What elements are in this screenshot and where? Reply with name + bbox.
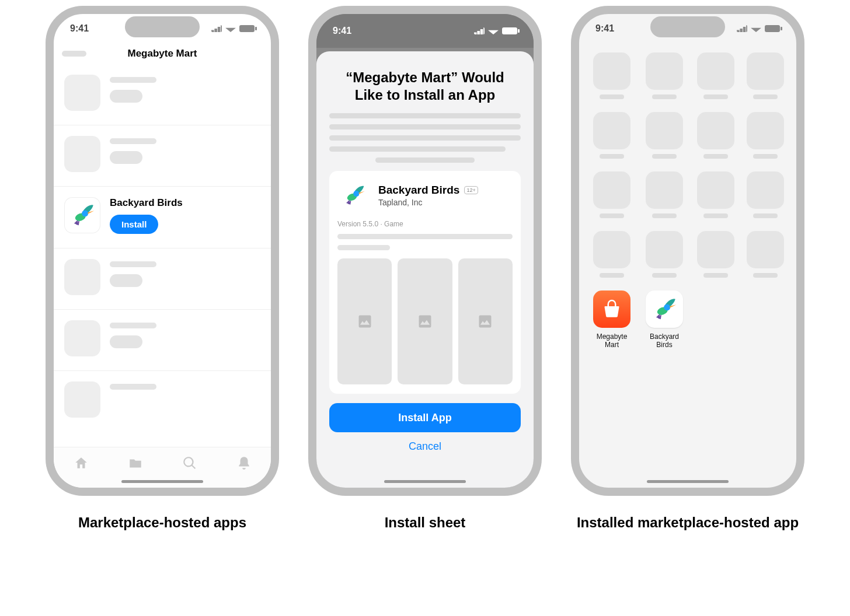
app-placeholder[interactable] xyxy=(696,52,735,99)
age-rating-badge: 12+ xyxy=(464,186,478,194)
card-description-placeholder xyxy=(337,228,513,250)
caption-1: Marketplace-hosted apps xyxy=(78,513,246,531)
battery-icon xyxy=(765,25,780,32)
sheet-heading: “Megabyte Mart” Would Like to Install an… xyxy=(340,69,510,104)
app-placeholder[interactable] xyxy=(643,231,685,278)
app-icon-placeholder xyxy=(64,382,100,418)
home-screen-grid: Megabyte Mart Backyard Birds xyxy=(579,43,796,359)
backyard-birds-icon xyxy=(64,197,100,233)
app-list: Backyard Birds Install xyxy=(54,64,271,432)
image-icon xyxy=(477,313,493,330)
app-backyard-birds[interactable]: Backyard Birds xyxy=(643,290,685,349)
app-icon-placeholder xyxy=(64,259,100,295)
battery-icon xyxy=(502,27,517,34)
backyard-birds-icon xyxy=(646,290,683,328)
list-item-placeholder[interactable] xyxy=(54,248,271,309)
back-button[interactable] xyxy=(62,51,86,57)
list-item-backyard-birds[interactable]: Backyard Birds Install xyxy=(54,186,271,248)
cellular-icon xyxy=(211,25,222,32)
backyard-birds-icon xyxy=(337,179,370,212)
status-bar: 9:41 xyxy=(316,14,534,48)
folder-icon xyxy=(128,456,143,471)
app-label: Megabyte Mart xyxy=(591,332,633,349)
tab-home[interactable] xyxy=(74,456,89,473)
status-time: 9:41 xyxy=(595,23,614,34)
status-time: 9:41 xyxy=(70,23,89,34)
screenshots-row[interactable] xyxy=(337,258,513,384)
cellular-icon xyxy=(737,25,747,32)
list-item-placeholder[interactable] xyxy=(54,309,271,370)
list-item-placeholder[interactable] xyxy=(54,64,271,125)
cellular-icon xyxy=(474,27,485,34)
wifi-icon xyxy=(751,25,761,32)
card-developer: Tapland, Inc xyxy=(378,198,478,207)
home-indicator[interactable] xyxy=(384,480,466,483)
app-label: Backyard Birds xyxy=(643,332,685,349)
screenshot-placeholder[interactable] xyxy=(337,258,392,384)
app-placeholder[interactable] xyxy=(643,52,685,99)
app-icon-placeholder xyxy=(64,75,100,111)
app-placeholder[interactable] xyxy=(746,52,785,99)
search-icon xyxy=(182,456,197,471)
marketplace-title: Megabyte Mart xyxy=(127,48,197,60)
image-icon xyxy=(357,313,373,330)
install-sheet: “Megabyte Mart” Would Like to Install an… xyxy=(316,51,534,488)
sheet-description-placeholder xyxy=(329,113,521,163)
app-icon-placeholder xyxy=(64,320,100,356)
phone-home-screen: 9:41 xyxy=(571,6,804,496)
home-indicator[interactable] xyxy=(647,480,729,483)
dynamic-island xyxy=(650,16,725,37)
image-icon xyxy=(417,313,433,330)
app-placeholder[interactable] xyxy=(696,231,735,278)
app-placeholder[interactable] xyxy=(746,172,785,218)
tab-browse[interactable] xyxy=(128,456,143,473)
screenshot-placeholder[interactable] xyxy=(458,258,513,384)
dynamic-island xyxy=(125,16,200,37)
app-placeholder[interactable] xyxy=(591,52,633,99)
install-button[interactable]: Install xyxy=(110,215,158,234)
caption-3: Installed marketplace-hosted app xyxy=(577,513,799,531)
app-placeholder[interactable] xyxy=(591,172,633,218)
app-placeholder[interactable] xyxy=(643,172,685,218)
app-megabyte-mart[interactable]: Megabyte Mart xyxy=(591,290,633,349)
tab-notifications[interactable] xyxy=(236,456,252,473)
home-icon xyxy=(74,456,89,471)
battery-icon xyxy=(239,25,255,32)
wifi-icon xyxy=(225,25,236,32)
install-app-button[interactable]: Install App xyxy=(329,403,521,432)
tab-search[interactable] xyxy=(182,456,197,473)
app-placeholder[interactable] xyxy=(746,112,785,159)
app-placeholder[interactable] xyxy=(746,231,785,278)
home-indicator[interactable] xyxy=(121,480,203,483)
caption-2: Install sheet xyxy=(385,513,466,531)
list-item-placeholder[interactable] xyxy=(54,370,271,432)
phone-marketplace: 9:41 Megabyte Mart xyxy=(46,6,279,496)
card-meta: Version 5.5.0 · Game xyxy=(337,220,513,228)
app-name: Backyard Birds xyxy=(110,197,183,209)
app-placeholder[interactable] xyxy=(591,231,633,278)
cancel-button[interactable]: Cancel xyxy=(329,440,521,453)
app-placeholder[interactable] xyxy=(696,172,735,218)
app-placeholder[interactable] xyxy=(591,112,633,159)
screenshot-placeholder[interactable] xyxy=(398,258,452,384)
wifi-icon xyxy=(488,27,499,34)
card-app-name: Backyard Birds xyxy=(378,184,459,197)
bell-icon xyxy=(236,456,252,471)
app-icon-placeholder xyxy=(64,136,100,172)
list-item-placeholder[interactable] xyxy=(54,125,271,186)
megabyte-mart-icon xyxy=(593,290,630,328)
app-placeholder[interactable] xyxy=(643,112,685,159)
phone-install-sheet: 9:41 “Megabyte Mart” Would Like to Insta… xyxy=(308,6,542,496)
nav-bar: Megabyte Mart xyxy=(54,43,271,64)
status-time: 9:41 xyxy=(333,26,351,36)
app-info-card: Backyard Birds 12+ Tapland, Inc Version … xyxy=(329,171,521,394)
app-placeholder[interactable] xyxy=(696,112,735,159)
